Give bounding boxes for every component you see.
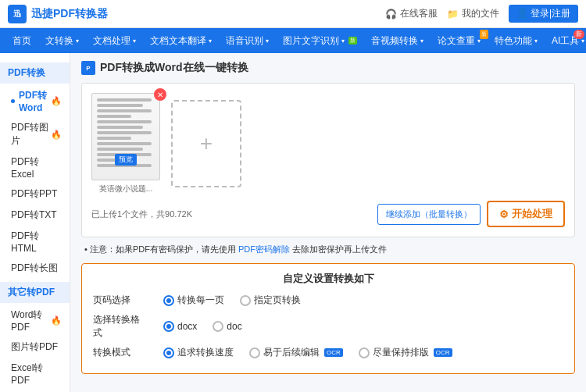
sidebar-item-excel-pdf[interactable]: Excel转PDF [0,358,70,390]
settings-box: 自定义设置转换如下 页码选择 转换每一页 指定页转换 选择转换格式 [81,263,575,374]
radio-doc[interactable] [213,321,223,332]
radio-specific-page[interactable] [240,295,251,306]
sidebar-item-pdf-txt[interactable]: PDF转TXT [0,205,70,226]
fire-icon-3: 🔥 [51,315,62,326]
notice-text: • 注意：如果PDF有密码保护，请先使用 PDF密码解除 去除加密保护再上传文件 [81,244,575,255]
ocr-badge-edit: OCR [324,348,343,357]
pdf-unlock-link[interactable]: PDF密码解除 [238,244,290,254]
sidebar-item-pdf-excel[interactable]: PDF转Excel [0,151,70,184]
option-edit[interactable]: 易于后续编辑 OCR [249,346,343,359]
option-every-page[interactable]: 转换每一页 [163,294,224,307]
sidebar-item-pdf-word[interactable]: PDF转Word 🔥 [0,85,70,117]
upload-bottom-bar: 已上传1个文件，共90.72K 继续添加（批量转换） ⚙ 开始处理 [91,201,565,227]
option-layout[interactable]: 尽量保持排版 OCR [359,346,452,359]
nav-bar: 首页 文转换▾ 文档处理▾ 文档文本翻译▾ 语音识别▾ 图片文字识别▾新 音视频… [0,28,586,53]
option-docx[interactable]: docx [163,321,197,332]
file-preview-label: 预览 [115,154,137,166]
nav-translate[interactable]: 文档文本翻译▾ [144,28,218,53]
header-right: 🎧 在线客服 📁 我的文件 👤 登录|注册 [385,5,578,23]
mode-label: 转换模式 [93,346,148,359]
continue-add-button[interactable]: 继续添加（批量转换） [377,204,481,225]
login-button[interactable]: 👤 登录|注册 [509,5,578,23]
page-select-label: 页码选择 [93,294,148,307]
sidebar-item-image-pdf[interactable]: 图片转PDF [0,337,70,358]
upload-info: 已上传1个文件，共90.72K [91,208,192,220]
radio-edit[interactable] [249,347,260,358]
settings-row-mode: 转换模式 追求转换速度 易于后续编辑 OCR 尽量保持排版 OCR [93,346,563,359]
radio-every-page[interactable] [163,295,174,306]
main-layout: PDF转换 PDF转Word 🔥 PDF转图片 🔥 PDF转Excel PDF转… [0,53,586,392]
mode-options: 追求转换速度 易于后续编辑 OCR 尽量保持排版 OCR [163,346,452,359]
file-list: 预览 ✕ 英语微小说题... + [91,93,565,194]
radio-speed[interactable] [163,347,174,358]
file-thumbnail: 预览 ✕ 英语微小说题... [91,93,162,194]
option-doc[interactable]: doc [213,321,241,332]
logo: 迅 迅捷PDF转换器 [8,5,108,23]
nav-doc-process[interactable]: 文档处理▾ [87,28,142,53]
nav-special[interactable]: 特色功能▾ [488,28,544,53]
my-files-label: 我的文件 [462,7,499,20]
action-buttons: 继续添加（批量转换） ⚙ 开始处理 [377,201,565,227]
nav-ocr[interactable]: 图片文字识别▾新 [277,28,363,53]
sidebar-section-other: 其它转PDF [0,282,70,303]
page-title: P PDF转换成Word在线一键转换 [81,61,575,75]
pdf-doc-icon: P [81,61,95,75]
fire-icon-2: 🔥 [51,130,62,140]
settings-title: 自定义设置转换如下 [93,272,563,286]
settings-row-format: 选择转换格式 docx doc [93,313,563,340]
nav-voice[interactable]: 语音识别▾ [220,28,275,53]
page-select-options: 转换每一页 指定页转换 [163,294,301,307]
logo-icon: 迅 [8,5,27,23]
fire-icon: 🔥 [51,96,62,106]
format-label: 选择转换格式 [93,313,148,340]
nav-paper[interactable]: 论文查重▾新 [431,28,487,53]
process-button[interactable]: ⚙ 开始处理 [487,201,565,227]
process-icon: ⚙ [499,208,509,220]
online-service-btn[interactable]: 🎧 在线客服 [385,7,438,20]
sidebar-item-pdf-ppt[interactable]: PDF转PPT [0,184,70,205]
user-icon: 👤 [516,8,528,19]
radio-docx[interactable] [163,321,174,332]
main-content: P PDF转换成Word在线一键转换 [70,53,586,392]
sidebar-item-pdf-image[interactable]: PDF转图片 🔥 [0,117,70,151]
sidebar-item-pdf-html[interactable]: PDF转HTML [0,226,70,258]
option-specific-page[interactable]: 指定页转换 [240,294,301,307]
sidebar-item-pdf-longimage[interactable]: PDF转长图 [0,258,70,279]
upload-area: 预览 ✕ 英语微小说题... + 已上传1个文件，共90.72K 继续添加（批量… [81,83,575,237]
nav-ai[interactable]: AI工具▾新 [545,28,586,53]
online-service-label: 在线客服 [400,7,438,20]
nav-media[interactable]: 音视频转换▾ [365,28,430,53]
my-files-btn[interactable]: 📁 我的文件 [447,7,499,20]
headset-icon: 🎧 [385,9,397,20]
remove-file-button[interactable]: ✕ [154,88,166,101]
option-speed[interactable]: 追求转换速度 [163,346,234,359]
ocr-badge-layout: OCR [434,348,452,357]
header: 迅 迅捷PDF转换器 🎧 在线客服 📁 我的文件 👤 登录|注册 [0,0,586,28]
nav-home[interactable]: 首页 [6,28,38,53]
folder-icon: 📁 [447,9,459,20]
radio-layout[interactable] [359,347,370,358]
logo-text: 迅捷PDF转换器 [31,7,108,21]
file-name: 英语微小说题... [91,184,160,194]
active-dot [11,99,15,103]
sidebar: PDF转换 PDF转Word 🔥 PDF转图片 🔥 PDF转Excel PDF转… [0,53,70,392]
settings-row-page: 页码选择 转换每一页 指定页转换 [93,294,563,307]
thumb-image: 预览 [91,93,160,180]
sidebar-item-word-pdf[interactable]: Word转PDF 🔥 [0,305,70,337]
sidebar-section-pdf: PDF转换 [0,62,70,84]
format-options: docx doc [163,321,242,332]
nav-convert[interactable]: 文转换▾ [39,28,85,53]
add-file-button[interactable]: + [171,100,241,187]
